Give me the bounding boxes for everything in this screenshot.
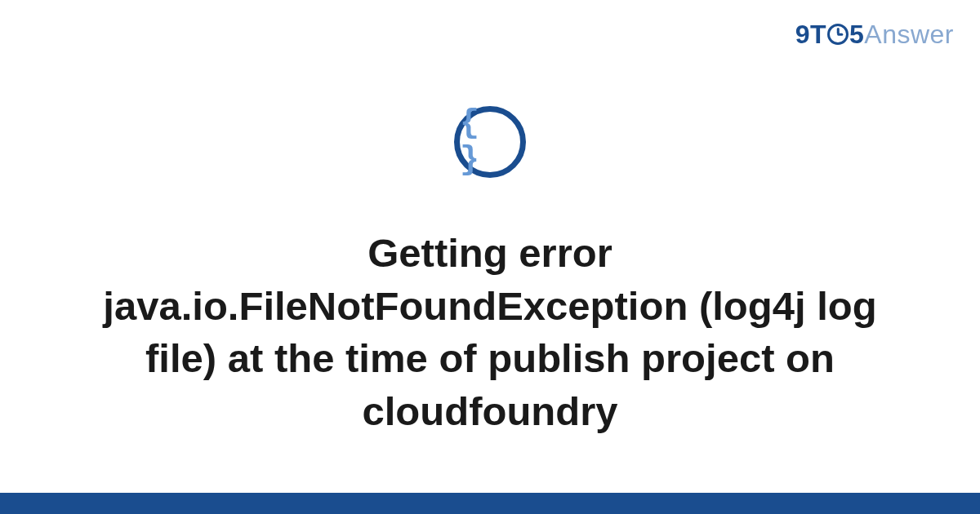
footer-accent-bar [0, 493, 980, 514]
clock-icon [827, 24, 849, 45]
category-icon-wrap: { } [454, 106, 526, 178]
question-title: Getting error java.io.FileNotFoundExcept… [98, 227, 882, 438]
site-logo: 9T5Answer [795, 20, 954, 50]
logo-text-9t: 9T [795, 20, 826, 49]
logo-text-5: 5 [849, 20, 864, 49]
code-braces-icon: { } [454, 106, 526, 178]
logo-text-answer: Answer [864, 20, 954, 49]
